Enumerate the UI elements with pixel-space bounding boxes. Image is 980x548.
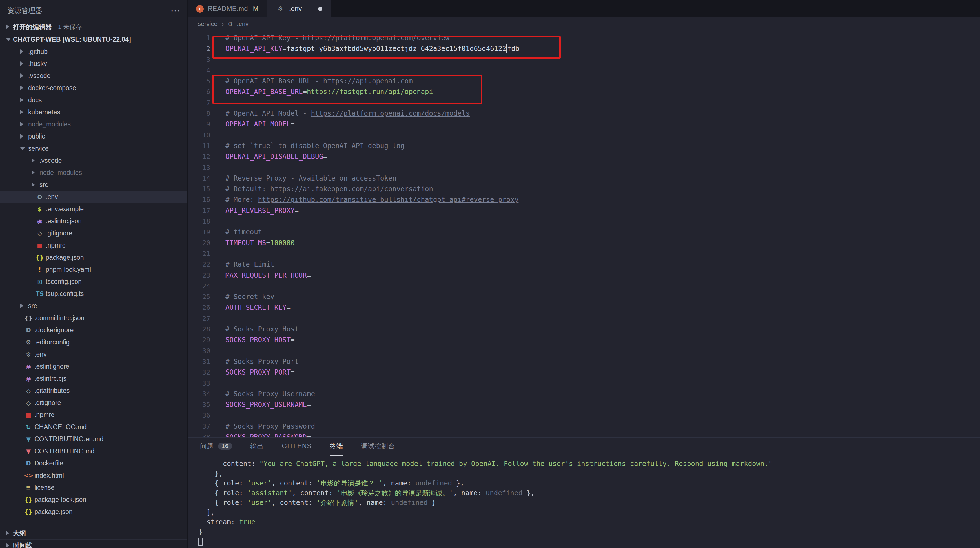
editor-line-31[interactable]: 31# Socks Proxy Port (188, 356, 980, 367)
tree-folder-node_modules[interactable]: node_modules (0, 167, 188, 179)
open-editors-section[interactable]: 打开的编辑器 1 未保存 (0, 21, 188, 33)
editor-line-27[interactable]: 27 (188, 313, 980, 324)
panel-tab-terminal[interactable]: 终端 (330, 438, 343, 456)
editor-line-5[interactable]: 5# OpenAI API Base URL - https://api.ope… (188, 76, 980, 86)
tree-file-CONTRIBUTING.md[interactable]: ▼CONTRIBUTING.md (0, 445, 188, 457)
editor-line-22[interactable]: 22# Rate Limit (188, 259, 980, 270)
tree-folder-node_modules[interactable]: node_modules (0, 118, 188, 130)
tree-folder-.github[interactable]: .github (0, 46, 188, 58)
breadcrumb-item-service[interactable]: service (198, 20, 218, 28)
editor-line-12[interactable]: 12OPENAI_API_DISABLE_DEBUG= (188, 151, 980, 162)
editor-line-36[interactable]: 36 (188, 410, 980, 421)
editor-line-7[interactable]: 7 (188, 97, 980, 108)
tree-folder-kubernetes[interactable]: kubernetes (0, 106, 188, 118)
html-icon: <> (24, 472, 33, 479)
editor-line-9[interactable]: 9OPENAI_API_MODEL= (188, 119, 980, 130)
tree-file-CHANGELOG.md[interactable]: ↻CHANGELOG.md (0, 421, 188, 433)
outline-section[interactable]: 大纲 (0, 527, 188, 539)
tree-file-.eslintrc.cjs[interactable]: ◉.eslintrc.cjs (0, 373, 188, 385)
tree-file-.env[interactable]: ⚙.env (0, 348, 188, 361)
tree-file-license[interactable]: ≡license (0, 481, 188, 494)
editor-line-28[interactable]: 28# Socks Proxy Host (188, 324, 980, 335)
editor-line-34[interactable]: 34# Socks Proxy Username (188, 389, 980, 399)
project-root-section[interactable]: CHATGPT-WEB [WSL: UBUNTU-22.04] (0, 33, 188, 46)
editor-line-8[interactable]: 8# OpenAI API Model - https://platform.o… (188, 108, 980, 119)
editor-line-29[interactable]: 29SOCKS_PROXY_HOST= (188, 335, 980, 345)
tree-file-index.html[interactable]: <>index.html (0, 469, 188, 481)
tree-file-.eslintignore[interactable]: ◉.eslintignore (0, 361, 188, 373)
editor-line-11[interactable]: 11# set `true` to disable OpenAI API deb… (188, 141, 980, 151)
editor-line-30[interactable]: 30 (188, 346, 980, 356)
tree-file-.gitignore[interactable]: ◇.gitignore (0, 397, 188, 409)
tree-folder-src[interactable]: src (0, 179, 188, 191)
editor-line-24[interactable]: 24 (188, 281, 980, 291)
editor-line-18[interactable]: 18 (188, 216, 980, 227)
tree-folder-.vscode[interactable]: .vscode (0, 155, 188, 167)
tree-file-package.json[interactable]: {}package.json (0, 506, 188, 518)
panel-tab-problems[interactable]: 问题16 (200, 438, 232, 456)
explorer-title: 资源管理器 (7, 6, 170, 15)
editor-line-32[interactable]: 32SOCKS_PROXY_PORT= (188, 367, 980, 378)
tree-folder-service[interactable]: service (0, 143, 188, 155)
editor-line-20[interactable]: 20TIMEOUT_MS=100000 (188, 238, 980, 248)
editor-line-15[interactable]: 15# Default: https://ai.fakeopen.com/api… (188, 184, 980, 194)
more-actions-icon[interactable]: ⋯ (170, 5, 180, 16)
panel-tab-debug-console[interactable]: 调试控制台 (361, 438, 395, 456)
editor-line-38[interactable]: 38SOCKS_PROXY_PASSWORD= (188, 432, 980, 437)
unsaved-dot-icon[interactable] (318, 7, 322, 11)
tree-file-package-lock.json[interactable]: {}package-lock.json (0, 494, 188, 506)
editor-line-25[interactable]: 25# Secret key (188, 291, 980, 302)
tree-item-label: .eslintrc.json (46, 218, 82, 225)
editor-line-4[interactable]: 4 (188, 65, 980, 76)
tree-file-.commitlintrc.json[interactable]: {}.commitlintrc.json (0, 312, 188, 324)
tree-file-Dockerfile[interactable]: DDockerfile (0, 457, 188, 469)
tree-file-pnpm-lock.yaml[interactable]: !pnpm-lock.yaml (0, 264, 188, 276)
tree-file-tsup.config.ts[interactable]: TStsup.config.ts (0, 288, 188, 300)
editor-line-26[interactable]: 26AUTH_SECRET_KEY= (188, 302, 980, 313)
editor-line-13[interactable]: 13 (188, 162, 980, 173)
tree-folder-src[interactable]: src (0, 300, 188, 312)
tree-file-.env[interactable]: ⚙.env (0, 191, 188, 203)
editor-line-21[interactable]: 21 (188, 248, 980, 259)
tree-file-.dockerignore[interactable]: D.dockerignore (0, 324, 188, 336)
tree-file-.editorconfig[interactable]: ⚙.editorconfig (0, 336, 188, 348)
tree-file-package.json[interactable]: {}package.json (0, 251, 188, 264)
breadcrumb: service › ⚙ .env (188, 17, 980, 30)
tree-folder-.husky[interactable]: .husky (0, 58, 188, 70)
editor-line-33[interactable]: 33 (188, 378, 980, 389)
tree-file-.env.example[interactable]: $.env.example (0, 203, 188, 215)
editor-line-23[interactable]: 23MAX_REQUEST_PER_HOUR= (188, 270, 980, 281)
timeline-section[interactable]: 时间线 (0, 539, 188, 548)
tree-folder-public[interactable]: public (0, 130, 188, 143)
tab-env[interactable]: ⚙.env (267, 0, 331, 17)
editor-line-19[interactable]: 19# timeout (188, 227, 980, 237)
terminal[interactable]: content: "You are ChatGPT, a large langu… (188, 456, 980, 548)
editor-line-1[interactable]: 1# OpenAI API Key - https://platform.ope… (188, 33, 980, 43)
tree-file-.npmrc[interactable]: ■.npmrc (0, 239, 188, 251)
chevron-right-icon (19, 46, 27, 58)
panel-tab-output[interactable]: 输出 (250, 438, 264, 456)
editor-line-10[interactable]: 10 (188, 130, 980, 141)
tree-file-CONTRIBUTING.en.md[interactable]: ▼CONTRIBUTING.en.md (0, 433, 188, 445)
editor-line-37[interactable]: 37# Socks Proxy Password (188, 421, 980, 432)
panel-tab-gitlens[interactable]: GITLENS (282, 438, 311, 456)
editor-line-17[interactable]: 17API_REVERSE_PROXY= (188, 205, 980, 216)
tree-file-.eslintrc.json[interactable]: ◉.eslintrc.json (0, 215, 188, 227)
tree-file-tsconfig.json[interactable]: ⊞tsconfig.json (0, 276, 188, 288)
chevron-right-icon (19, 118, 27, 130)
editor[interactable]: 1# OpenAI API Key - https://platform.ope… (188, 30, 980, 437)
editor-line-2[interactable]: 2OPENAI_API_KEY=fastgpt-y6b3axfbdd5wyp01… (188, 43, 980, 54)
editor-line-14[interactable]: 14# Reverse Proxy - Available on accessT… (188, 173, 980, 184)
tab-readme[interactable]: iREADME.mdM (188, 0, 267, 17)
breadcrumb-item-env[interactable]: .env (237, 20, 248, 28)
tree-file-.npmrc[interactable]: ■.npmrc (0, 409, 188, 421)
tree-folder-.vscode[interactable]: .vscode (0, 70, 188, 82)
editor-line-3[interactable]: 3 (188, 54, 980, 65)
tree-folder-docs[interactable]: docs (0, 94, 188, 106)
tree-folder-docker-compose[interactable]: docker-compose (0, 82, 188, 94)
editor-line-35[interactable]: 35SOCKS_PROXY_USERNAME= (188, 399, 980, 410)
editor-line-16[interactable]: 16# More: https://github.com/transitive-… (188, 194, 980, 205)
tree-file-.gitattributes[interactable]: ◇.gitattributes (0, 385, 188, 397)
tree-file-.gitignore[interactable]: ◇.gitignore (0, 227, 188, 239)
editor-line-6[interactable]: 6OPENAI_API_BASE_URL=https://fastgpt.run… (188, 86, 980, 97)
